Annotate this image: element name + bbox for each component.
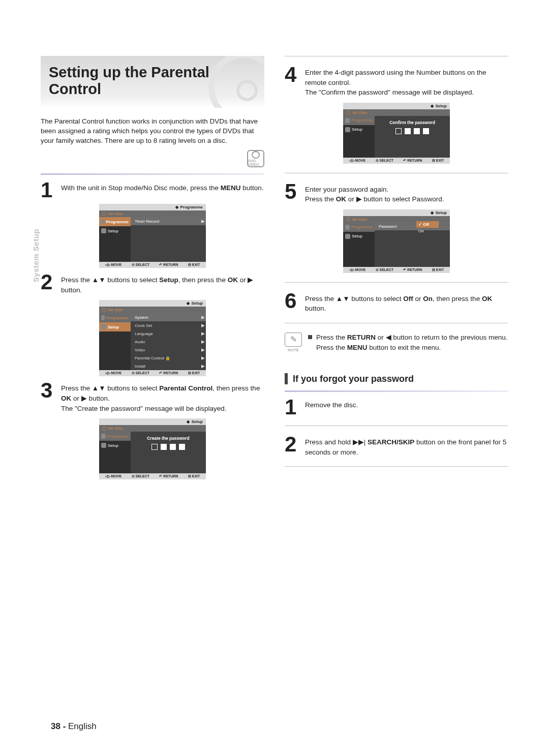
step-number: 5 [285,183,300,201]
step-3: 3 Press the ▲▼ buttons to select Parenta… [41,381,264,413]
osd-screenshot-create-password: ◆Setup No Disc Programme Setup Create th… [99,418,206,479]
forgot-step-2: 2 Press and hold ▶▶| SEARCH/SKIP button … [285,435,508,457]
note-icon: ✎ [285,332,302,347]
step-6: 6 Press the ▲▼ buttons to select Off or … [285,292,508,314]
step-2: 2 Press the ▲▼ buttons to select Setup, … [41,273,264,295]
note-label: NOTE [285,348,302,352]
step-number: 2 [285,435,300,453]
osd-screenshot-programme: ◆Programme No Disc Programme Setup Timer… [99,204,206,268]
dvd-video-badge: DVD-VIDEO [247,150,264,167]
osd-screenshot-confirm-password: ◆Setup No Disc Programme Setup Confirm t… [343,103,450,164]
step-5: 5 Enter your password again. Press the O… [285,183,508,204]
osd-list-item: Audio▶ [131,338,206,346]
divider [285,56,508,56]
divider [285,282,508,283]
disc-decoration [208,56,264,108]
osd-list-item: Language▶ [131,329,206,338]
forgot-password-heading: If you forgot your password [285,373,508,384]
left-column: Setting up the Parental Control The Pare… [41,56,264,485]
step-number: 4 [285,66,300,84]
step-1: 1 With the unit in Stop mode/No Disc mod… [41,181,264,199]
osd-list-item: System▶ [131,313,206,321]
divider [285,426,508,426]
note-block: ✎ NOTE Press the RETURN or ◀ button to r… [285,332,508,353]
divider [285,323,508,323]
section-tab: System Setup [32,229,40,282]
step-body: Press the ▲▼ buttons to select Off or On… [305,292,508,314]
title-block: Setting up the Parental Control [41,56,264,108]
osd-list-item: Install▶ [131,362,206,370]
step-body: Press the ▲▼ buttons to select Setup, th… [61,273,264,295]
intro-text: The Parental Control function works in c… [41,117,264,146]
step-number: 3 [41,381,56,400]
step-number: 1 [285,398,300,416]
osd-list-item: Video▶ [131,346,206,354]
page-footer: 38 - English [51,721,97,732]
step-body: With the unit in Stop mode/No Disc mode,… [61,181,263,193]
step-body: Enter the 4-digit password using the Num… [305,66,508,98]
divider [285,466,508,467]
osd-list-item: Parental Control🔒▶ [131,354,206,362]
osd-list-item: Clock Set▶ [131,321,206,329]
step-body: Remove the disc. [305,398,358,410]
step-number: 1 [41,181,56,199]
forgot-step-1: 1 Remove the disc. [285,398,508,416]
two-column-layout: Setting up the Parental Control The Pare… [41,56,508,485]
divider [285,390,508,392]
osd-screenshot-setup-list: ◆Setup No Disc Programme Setup System▶Cl… [99,300,206,376]
step-number: 2 [41,273,56,291]
step-number: 6 [285,292,300,310]
step-body: Press and hold ▶▶| SEARCH/SKIP button on… [305,435,508,457]
step-body: Enter your password again. Press the OK … [305,183,444,204]
osd-screenshot-password-options: ◆Setup No Disc Programme Setup Password … [343,209,450,273]
divider [41,173,264,175]
divider [285,173,508,173]
step-body: Press the ▲▼ buttons to select Parental … [61,381,264,413]
right-column: 4 Enter the 4-digit password using the N… [285,56,508,485]
step-4: 4 Enter the 4-digit password using the N… [285,66,508,98]
